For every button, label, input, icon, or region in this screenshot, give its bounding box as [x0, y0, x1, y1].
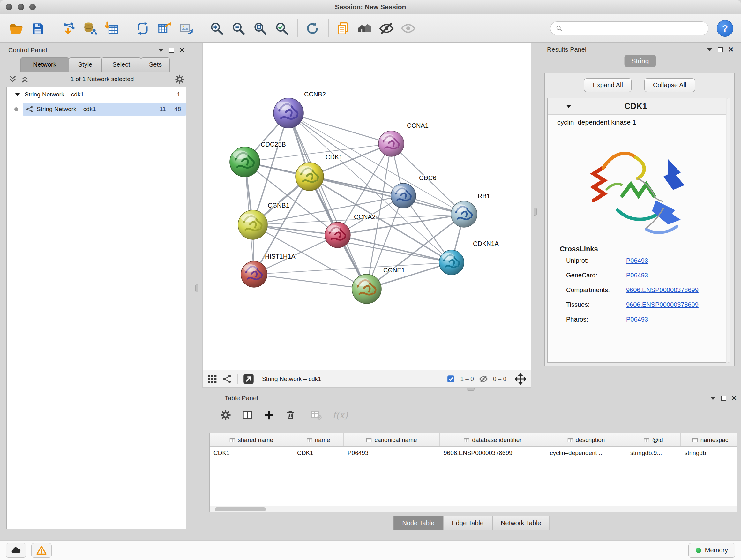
import-table-button[interactable]	[104, 20, 121, 37]
duplicate-network-button[interactable]	[334, 20, 352, 37]
network-node-CCNB1[interactable]: CCNB1	[238, 202, 289, 240]
cloud-status-button[interactable]	[6, 543, 26, 558]
table-cell[interactable]: CDK1	[210, 447, 293, 459]
bottom-splitter-handle[interactable]	[467, 388, 475, 391]
memory-button[interactable]: Memory	[688, 543, 735, 558]
scrollbar-thumb[interactable]	[215, 507, 266, 511]
network-node-CDKN1A[interactable]: CDKN1A	[439, 240, 499, 275]
tab-network-table[interactable]: Network Table	[492, 516, 549, 530]
show-columns-icon[interactable]	[242, 410, 253, 421]
float-panel-icon[interactable]	[158, 49, 164, 52]
string-results-tab[interactable]: String	[624, 55, 656, 67]
table-row[interactable]: CDK1CDK1P064939606.ENSP00000378699cyclin…	[210, 447, 737, 459]
network-canvas[interactable]: CCNB2CCNA1CDC25BCDK1CDC6RB1CCNB1CCNA2CDK…	[203, 43, 531, 370]
import-network-from-database-button[interactable]	[82, 20, 99, 37]
search-input[interactable]	[566, 25, 703, 32]
tab-sets[interactable]: Sets	[141, 57, 170, 71]
collapse-all-icon[interactable]	[8, 75, 17, 84]
export-view-button[interactable]	[243, 373, 254, 385]
collapse-all-button[interactable]: Collapse All	[644, 78, 695, 92]
zoom-out-button[interactable]	[230, 20, 247, 37]
close-panel-icon[interactable]: ×	[728, 46, 733, 53]
table-horizontal-scrollbar[interactable]	[210, 506, 737, 512]
zoom-fit-button[interactable]	[252, 20, 269, 37]
close-panel-icon[interactable]: ×	[179, 47, 185, 53]
network-node-CCNA1[interactable]: CCNA1	[379, 122, 428, 157]
network-edge[interactable]	[288, 113, 367, 289]
birds-eye-view-icon[interactable]	[207, 374, 217, 384]
tab-style[interactable]: Style	[69, 57, 102, 71]
table-cell[interactable]: P06493	[344, 447, 440, 459]
share-network-icon[interactable]	[222, 374, 232, 384]
crosslink-link[interactable]: P06493	[626, 272, 648, 279]
network-node-CCNB2[interactable]: CCNB2	[273, 91, 326, 128]
network-edge[interactable]	[254, 274, 367, 289]
results-scrollbar[interactable]	[727, 98, 731, 363]
crosslink-link[interactable]: 9606.ENSP00000378699	[626, 287, 698, 294]
delete-column-trash-icon[interactable]	[285, 410, 295, 420]
expand-all-icon[interactable]	[20, 75, 29, 84]
network-edge[interactable]	[288, 113, 391, 144]
help-button[interactable]: ?	[717, 20, 733, 37]
network-node-CDC25B[interactable]: CDC25B	[230, 141, 286, 177]
network-collection-row[interactable]: String Network – cdk1 1	[7, 87, 186, 102]
column-header[interactable]: namespac	[681, 433, 737, 446]
zoom-selected-button[interactable]	[273, 20, 290, 37]
column-header[interactable]: description	[546, 433, 626, 446]
maximize-panel-icon[interactable]	[721, 395, 726, 401]
hide-selected-button[interactable]	[378, 20, 395, 37]
export-table-button[interactable]	[156, 20, 173, 37]
column-header[interactable]: database identifier	[440, 433, 546, 446]
close-panel-icon[interactable]: ×	[731, 395, 737, 401]
column-header[interactable]: shared name	[210, 433, 293, 446]
crosslink-link[interactable]: P06493	[626, 257, 648, 264]
float-panel-icon[interactable]	[710, 396, 716, 400]
tree-expand-caret[interactable]	[15, 93, 20, 96]
open-session-button[interactable]	[8, 20, 25, 37]
table-options-gear-icon[interactable]	[220, 410, 231, 421]
table-cell[interactable]: cyclin–dependent ...	[546, 447, 626, 459]
network-node-HIST1H1A[interactable]: HIST1H1A	[241, 253, 295, 287]
tab-edge-table[interactable]: Edge Table	[443, 516, 492, 530]
import-network-from-file-button[interactable]	[60, 20, 77, 37]
pan-move-icon[interactable]	[515, 373, 526, 385]
clone-network-button[interactable]	[134, 20, 151, 37]
expand-all-button[interactable]: Expand All	[584, 78, 631, 92]
float-panel-icon[interactable]	[707, 48, 713, 51]
network-node-CDK1[interactable]: CDK1	[295, 153, 342, 191]
tab-node-table[interactable]: Node Table	[394, 516, 443, 530]
column-header[interactable]: canonical name	[344, 433, 440, 446]
search-field[interactable]	[550, 21, 709, 36]
add-column-plus-icon[interactable]	[264, 410, 274, 421]
save-session-button[interactable]	[29, 20, 47, 37]
right-splitter-handle[interactable]	[534, 207, 537, 216]
hidden-edges-eye-slash-icon[interactable]	[479, 374, 488, 383]
show-hidden-button[interactable]	[400, 20, 417, 37]
left-splitter-handle[interactable]	[195, 284, 199, 293]
zoom-in-button[interactable]	[208, 20, 225, 37]
crosslink-link[interactable]: 9606.ENSP00000378699	[626, 301, 698, 308]
close-window-button[interactable]	[6, 4, 12, 10]
tab-network[interactable]: Network	[20, 57, 69, 71]
column-header[interactable]: name	[293, 433, 344, 446]
crosslink-link[interactable]: P06493	[626, 316, 648, 323]
zoom-window-button[interactable]	[29, 4, 36, 10]
minimize-window-button[interactable]	[17, 4, 24, 10]
network-row[interactable]: String Network – cdk1 11 48	[7, 102, 186, 117]
network-node-CDC6[interactable]: CDC6	[391, 174, 436, 208]
gene-collapse-caret[interactable]	[566, 105, 571, 108]
maximize-panel-icon[interactable]	[718, 47, 723, 52]
network-node-CCNE1[interactable]: CCNE1	[352, 266, 405, 304]
network-view[interactable]: CCNB2CCNA1CDC25BCDK1CDC6RB1CCNB1CCNA2CDK…	[202, 43, 531, 388]
maximize-panel-icon[interactable]	[169, 48, 174, 53]
table-cell[interactable]: stringdb:9...	[626, 447, 681, 459]
selected-network-item[interactable]: String Network – cdk1 11 48	[23, 103, 186, 116]
warnings-button[interactable]	[31, 543, 52, 558]
table-cell[interactable]: 9606.ENSP00000378699	[440, 447, 546, 459]
table-cell[interactable]: CDK1	[293, 447, 344, 459]
network-node-RB1[interactable]: RB1	[451, 192, 490, 227]
selected-nodes-checkbox-icon[interactable]	[447, 375, 455, 383]
apply-layout-button[interactable]	[304, 20, 321, 37]
network-edge[interactable]	[310, 177, 464, 214]
table-cell[interactable]: stringdb	[681, 447, 737, 459]
